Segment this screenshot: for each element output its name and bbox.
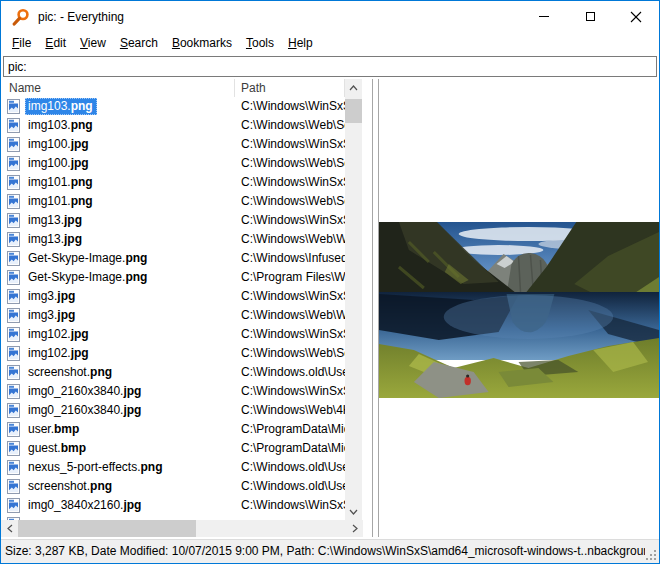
menu-file[interactable]: File: [5, 34, 38, 52]
menu-search[interactable]: Search: [113, 34, 165, 52]
menu-edit[interactable]: Edit: [38, 34, 73, 52]
result-path-cell[interactable]: C:\Windows\WinSxS\a: [241, 287, 345, 306]
result-path-cell[interactable]: C:\Windows\Web\Wa: [241, 230, 345, 249]
vertical-scrollbar[interactable]: [345, 79, 362, 520]
result-name-cell[interactable]: img0_2160x3840.jpg: [1, 382, 234, 401]
search-input[interactable]: [3, 56, 657, 77]
result-path-cell[interactable]: C:\Windows.old\Users: [241, 477, 345, 496]
result-row[interactable]: user.bmp C:\ProgramData\Micr: [1, 420, 345, 439]
result-name-cell[interactable]: img100.jpg: [1, 135, 234, 154]
result-name-cell[interactable]: screenshot.png: [1, 363, 234, 382]
result-name-cell[interactable]: img103.png: [1, 116, 234, 135]
column-divider[interactable]: [234, 79, 235, 97]
result-name-cell[interactable]: img0_3840x2160.jpg: [1, 496, 234, 515]
result-path-cell[interactable]: C:\Windows\InfusedA: [241, 249, 345, 268]
result-row[interactable]: guest.bmp C:\ProgramData\Micr: [1, 439, 345, 458]
result-row[interactable]: img0_2160x3840.jpg C:\Windows\Web\4K\W: [1, 401, 345, 420]
result-row[interactable]: img13.jpg C:\Windows\WinSxS\a: [1, 211, 345, 230]
result-row[interactable]: img3.jpg C:\Windows\WinSxS\a: [1, 287, 345, 306]
result-row[interactable]: screenshot.png C:\Windows.old\Users: [1, 477, 345, 496]
result-row[interactable]: img103.png C:\Windows\Web\Scr: [1, 116, 345, 135]
pane-splitter[interactable]: [363, 79, 378, 537]
close-icon: [630, 11, 642, 23]
result-name-cell[interactable]: user.bmp: [1, 420, 234, 439]
result-name-cell[interactable]: img3.jpg: [1, 306, 234, 325]
result-path-cell[interactable]: C:\Program Files\Win: [241, 268, 345, 287]
result-row[interactable]: img101.png C:\Windows\WinSxS\a: [1, 173, 345, 192]
minimize-button[interactable]: [521, 1, 567, 32]
menu-view[interactable]: View: [73, 34, 113, 52]
result-name-cell[interactable]: img101.png: [1, 192, 234, 211]
result-path-cell[interactable]: C:\Windows\WinSxS\a: [241, 173, 345, 192]
result-path-cell[interactable]: C:\Windows\WinSxS\a: [241, 325, 345, 344]
result-row[interactable]: Get-Skype-Image.png C:\Program Files\Win: [1, 268, 345, 287]
menu-tools[interactable]: Tools: [239, 34, 281, 52]
result-row[interactable]: Get-Skype-Image.png C:\Windows\InfusedA: [1, 249, 345, 268]
result-name-cell[interactable]: img100.jpg: [1, 154, 234, 173]
result-name-cell[interactable]: Get-Skype-Image.png: [1, 268, 234, 287]
result-name-cell[interactable]: img0_2160x3840.jpg: [1, 401, 234, 420]
resize-grip-icon[interactable]: [645, 549, 658, 562]
result-row[interactable]: img100.jpg C:\Windows\Web\Scr: [1, 154, 345, 173]
result-row[interactable]: img3.jpg C:\Windows\Web\Wa: [1, 306, 345, 325]
result-name-cell[interactable]: img13.jpg: [1, 211, 234, 230]
vertical-scroll-thumb[interactable]: [345, 99, 362, 123]
menu-help[interactable]: Help: [281, 34, 320, 52]
horizontal-scrollbar[interactable]: [1, 520, 363, 537]
result-row[interactable]: img102.jpg C:\Windows\WinSxS\a: [1, 325, 345, 344]
image-file-icon: [7, 365, 20, 380]
result-path-cell[interactable]: C:\Windows\WinSxS\a: [241, 135, 345, 154]
result-path-cell[interactable]: C:\Windows\WinSxS\a: [241, 211, 345, 230]
result-path-cell[interactable]: C:\Windows\Web\Scr: [241, 116, 345, 135]
result-row[interactable]: img13.jpg C:\Windows\Web\Wa: [1, 230, 345, 249]
result-name-cell[interactable]: screenshot.png: [1, 477, 234, 496]
result-path-cell[interactable]: C:\ProgramData\Micr: [241, 420, 345, 439]
column-header-name[interactable]: Name: [9, 81, 41, 95]
result-row[interactable]: img100.jpg C:\Windows\WinSxS\a: [1, 135, 345, 154]
menu-bar: File Edit View Search Bookmarks Tools He…: [1, 32, 659, 54]
result-path-cell[interactable]: C:\Windows\Web\Wa: [241, 306, 345, 325]
horizontal-scroll-thumb[interactable]: [18, 520, 196, 537]
close-button[interactable]: [613, 1, 659, 32]
result-path-cell[interactable]: C:\ProgramData\Micr: [241, 439, 345, 458]
result-row[interactable]: screenshot.png C:\Windows.old\Users: [1, 363, 345, 382]
maximize-button[interactable]: [567, 1, 613, 32]
result-path-cell[interactable]: C:\Windows\Web\4K\W: [241, 401, 345, 420]
menu-bookmarks[interactable]: Bookmarks: [165, 34, 239, 52]
result-name-cell[interactable]: img13.jpg: [1, 230, 234, 249]
title-bar[interactable]: pic: - Everything: [1, 1, 659, 32]
result-name-cell[interactable]: img3.jpg: [1, 287, 234, 306]
scroll-left-button[interactable]: [1, 520, 18, 537]
result-row[interactable]: img102.jpg C:\Windows\Web\Scr: [1, 344, 345, 363]
result-path-cell[interactable]: C:\Windows.old\Users: [241, 363, 345, 382]
result-name-cell[interactable]: img102.jpg: [1, 325, 234, 344]
file-name: img102.jpg: [25, 326, 93, 343]
result-row[interactable]: img0_2160x3840.jpg C:\Windows\WinSxS\a: [1, 382, 345, 401]
result-path-cell[interactable]: C:\Windows\Web\Scr: [241, 344, 345, 363]
image-file-icon: [7, 403, 20, 418]
image-file-icon: [7, 308, 20, 323]
result-name-cell[interactable]: img103.png: [1, 97, 234, 116]
result-row[interactable]: img101.png C:\Windows\Web\Scr: [1, 192, 345, 211]
result-path-cell[interactable]: C:\Windows\WinSxS\a: [241, 97, 345, 116]
scroll-down-button[interactable]: [345, 503, 362, 520]
result-path-cell[interactable]: C:\Windows\WinSxS\a: [241, 496, 345, 515]
result-path-cell[interactable]: C:\Windows\WinSxS\a: [241, 382, 345, 401]
file-name: img103.png: [25, 98, 97, 115]
result-name-cell[interactable]: guest.bmp: [1, 439, 234, 458]
result-row[interactable]: img103.png C:\Windows\WinSxS\a: [1, 97, 345, 116]
result-name-cell[interactable]: img102.jpg: [1, 344, 234, 363]
result-name-cell[interactable]: Get-Skype-Image.png: [1, 249, 234, 268]
result-path-cell[interactable]: C:\Windows.old\Users: [241, 458, 345, 477]
image-file-icon: [7, 156, 20, 171]
result-path-cell[interactable]: C:\Windows\Web\Scr: [241, 154, 345, 173]
scroll-up-button[interactable]: [345, 79, 362, 96]
result-row[interactable]: img0_3840x2160.jpg C:\Windows\WinSxS\a: [1, 496, 345, 515]
result-name-cell[interactable]: nexus_5-port-effects.png: [1, 458, 234, 477]
result-name-cell[interactable]: img101.png: [1, 173, 234, 192]
scroll-right-button[interactable]: [346, 520, 363, 537]
result-path-cell[interactable]: C:\Windows\Web\Scr: [241, 192, 345, 211]
column-header-path[interactable]: Path: [241, 81, 266, 95]
result-row[interactable]: nexus_5-port-effects.png C:\Windows.old\…: [1, 458, 345, 477]
file-name: nexus_5-port-effects.png: [25, 459, 167, 476]
